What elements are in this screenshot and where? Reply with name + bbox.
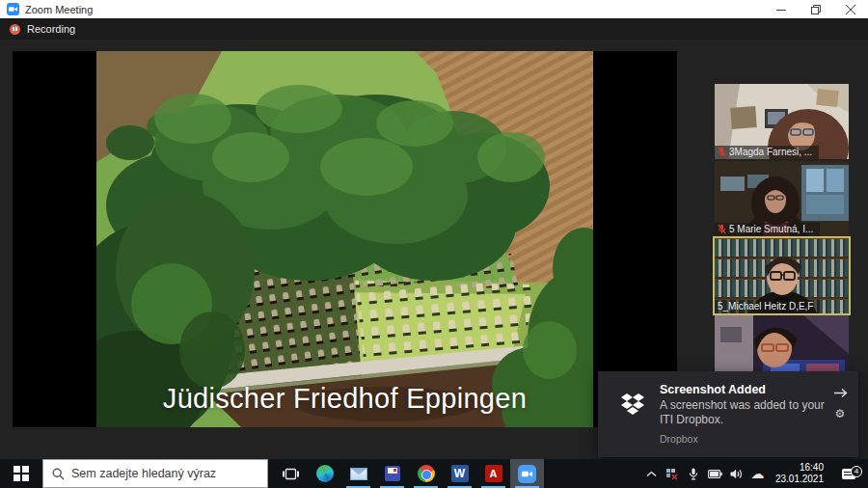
minimize-button[interactable]: [764, 0, 799, 18]
zoom-taskbar-icon[interactable]: [510, 459, 544, 488]
tray-microphone-icon[interactable]: [687, 468, 701, 480]
tray-speaker-icon[interactable]: [729, 469, 744, 479]
search-icon: [52, 468, 65, 480]
participants-strip: 3Magda Farnesi, ...: [715, 84, 849, 393]
participant-video-magda[interactable]: 3Magda Farnesi, ...: [715, 84, 849, 159]
participant-name-badge: 5 Marie Smutná, I...: [715, 223, 820, 236]
tray-devices-icon[interactable]: [665, 468, 680, 480]
clock-time: 16:40: [775, 462, 824, 474]
system-tray: ☁ 16:40 23.01.2021 4: [644, 459, 868, 488]
recording-label: Recording: [27, 23, 75, 35]
windows-logo-icon: [14, 466, 29, 481]
window-title: Zoom Meeting: [25, 4, 93, 15]
meeting-main-area: Jüdischer Friedhof Eppingen: [0, 40, 868, 459]
participant-video-michael-active-speaker[interactable]: 5_Michael Heitz D,E,F: [715, 238, 849, 313]
acrobat-icon: A: [485, 465, 502, 482]
notification-source: Dropbox: [660, 433, 829, 445]
chrome-taskbar-icon[interactable]: [409, 459, 443, 488]
participant-video-marie[interactable]: 5 Marie Smutná, I...: [715, 161, 849, 236]
tray-onedrive-cloud-icon[interactable]: ☁: [750, 467, 765, 480]
maximize-button[interactable]: [799, 0, 833, 18]
meeting-toolbar: Recording: [0, 18, 868, 40]
word-icon: W: [451, 465, 469, 482]
action-center-button[interactable]: 4: [834, 469, 863, 479]
zoom-camera-icon: [518, 465, 536, 483]
participant-name-badge: 5_Michael Heitz D,E,F: [715, 300, 820, 313]
muted-mic-icon: [718, 147, 726, 157]
toast-expand-arrow-icon[interactable]: [833, 385, 848, 402]
dropbox-icon: [611, 383, 654, 447]
participant-name-badge: 3Magda Farnesi, ...: [715, 146, 819, 159]
mail-icon: [350, 468, 367, 480]
dropbox-notification[interactable]: Screenshot Added A screenshot was added …: [598, 371, 858, 457]
acrobat-taskbar-icon[interactable]: A: [476, 459, 510, 488]
task-view-button[interactable]: [274, 459, 308, 488]
edge-taskbar-icon[interactable]: [308, 459, 341, 488]
muted-mic-icon: [718, 224, 726, 234]
zoom-app-icon: [7, 3, 19, 15]
close-button[interactable]: [833, 0, 868, 18]
notification-count-badge: 4: [851, 466, 862, 477]
word-taskbar-icon[interactable]: W: [443, 459, 476, 488]
mail-taskbar-icon[interactable]: [341, 459, 375, 488]
window-titlebar: Zoom Meeting: [0, 0, 868, 18]
floppy-app-taskbar-icon[interactable]: [375, 459, 409, 488]
notification-title: Screenshot Added: [660, 383, 829, 396]
taskbar-search[interactable]: [42, 459, 268, 488]
floppy-disk-icon: [385, 466, 400, 481]
recording-pause-icon[interactable]: [10, 24, 20, 35]
edge-icon: [316, 465, 334, 482]
windows-taskbar: W A ☁ 16:40 2: [0, 459, 868, 488]
notification-body: A screenshot was added to your ITI Dropb…: [660, 398, 826, 427]
taskbar-clock[interactable]: 16:40 23.01.2021: [772, 462, 827, 486]
tray-battery-icon[interactable]: [708, 470, 722, 478]
start-button[interactable]: [0, 459, 42, 488]
slide-photo: Jüdischer Friedhof Eppingen: [96, 51, 593, 427]
slide-caption: Jüdischer Friedhof Eppingen: [96, 383, 593, 415]
shared-screen: Jüdischer Friedhof Eppingen: [13, 51, 677, 427]
tray-chevron-up-icon[interactable]: [644, 471, 659, 477]
clock-date: 23.01.2021: [775, 474, 824, 486]
zoom-meeting-window: Zoom Meeting Recording: [0, 0, 868, 488]
search-input[interactable]: [71, 467, 245, 480]
toast-settings-gear-icon[interactable]: ⚙: [835, 408, 846, 420]
chrome-icon: [418, 465, 435, 482]
